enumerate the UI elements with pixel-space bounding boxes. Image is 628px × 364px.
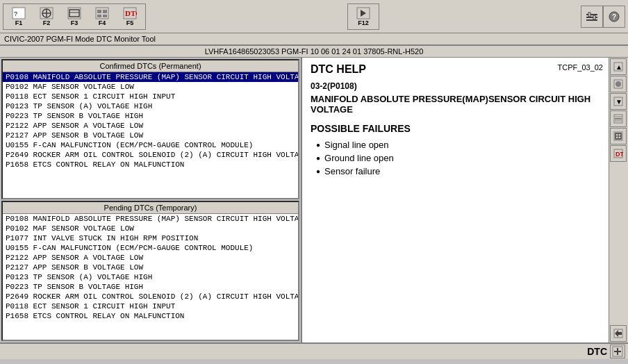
svg-text:▼: ▼ xyxy=(615,98,622,106)
svg-rect-13 xyxy=(103,15,107,17)
pending-dtc-item[interactable]: P2122 APP SENSOR A VOLTAGE LOW xyxy=(3,253,298,263)
f5-label: F5 xyxy=(126,19,134,26)
confirmed-dtcs-list[interactable]: P0108 MANIFOLD ABSOLUTE PRESSURE (MAP) S… xyxy=(3,72,298,198)
pending-dtc-item[interactable]: P1077 INT VALVE STUCK IN HIGH RPM POSITI… xyxy=(3,233,298,243)
left-panel: Confirmed DTCs (Permanent) P0108 MANIFOL… xyxy=(0,58,302,342)
f12-button[interactable]: F12 xyxy=(351,6,376,28)
f1-icon: ? xyxy=(12,7,26,19)
svg-rect-18 xyxy=(586,14,597,15)
bottom-icon-btn[interactable] xyxy=(610,345,625,358)
f5-icon: DTC xyxy=(123,7,137,19)
confirmed-dtc-item[interactable]: P0102 MAF SENSOR VOLTAGE LOW xyxy=(3,82,298,92)
side-btn-4[interactable] xyxy=(610,110,627,127)
svg-text:DTC: DTC xyxy=(125,9,137,17)
f3-button[interactable]: F3 xyxy=(62,6,87,28)
confirmed-dtc-item[interactable]: P0223 TP SENSOR B VOLTAGE HIGH xyxy=(3,111,298,121)
svg-rect-11 xyxy=(103,10,107,13)
side-btn-3[interactable]: ▼ xyxy=(610,93,627,110)
f1-button[interactable]: ? F1 xyxy=(6,6,31,28)
confirmed-dtc-item[interactable]: P0118 ECT SENSOR 1 CIRCUIT HIGH INPUT xyxy=(3,92,298,101)
side-btn-6[interactable]: DTC xyxy=(610,145,627,162)
side-btn-exit[interactable] xyxy=(610,325,627,342)
pending-dtc-item[interactable]: P1658 ETCS CONTROL RELAY ON MALFUNCTION xyxy=(3,311,298,321)
svg-rect-12 xyxy=(97,15,101,17)
failure-item: Signal line open xyxy=(316,140,600,150)
settings-button[interactable] xyxy=(581,6,603,28)
pending-dtcs-list[interactable]: P0108 MANIFOLD ABSOLUTE PRESSURE (MAP) S… xyxy=(3,214,298,340)
dtc-help-title: DTC HELP xyxy=(311,63,600,76)
confirmed-dtc-item[interactable]: P0108 MANIFOLD ABSOLUTE PRESSURE (MAP) S… xyxy=(3,72,298,82)
confirmed-dtc-item[interactable]: U0155 F-CAN MALFUNCTION (ECM/PCM-GAUGE C… xyxy=(3,140,298,150)
main-content: Confirmed DTCs (Permanent) P0108 MANIFOL… xyxy=(0,58,628,342)
svg-text:?: ? xyxy=(612,13,616,21)
confirmed-dtc-item[interactable]: P2127 APP SENSOR B VOLTAGE LOW xyxy=(3,131,298,140)
svg-rect-10 xyxy=(97,10,101,13)
pending-dtc-item[interactable]: P0102 MAF SENSOR VOLTAGE LOW xyxy=(3,224,298,233)
svg-rect-20 xyxy=(586,19,597,21)
failure-list: Signal line openGround line openSensor f… xyxy=(311,140,600,176)
f12-label: F12 xyxy=(358,19,369,26)
failure-item: Sensor failure xyxy=(316,166,600,176)
svg-rect-21 xyxy=(588,13,590,17)
f2-label: F2 xyxy=(43,19,51,26)
f5-button[interactable]: DTC F5 xyxy=(117,6,142,28)
svg-rect-22 xyxy=(593,15,595,19)
status-bar: LVHFA164865023053 PGM-FI 10 06 01 24 01 … xyxy=(0,46,628,58)
toolbar-right: ? xyxy=(581,6,625,28)
failure-item: Ground line open xyxy=(316,153,600,163)
pending-dtc-item[interactable]: P2649 ROCKER ARM OIL CONTROL SOLENOID (2… xyxy=(3,292,298,301)
pending-dtcs-section: Pending DTCs (Temporary) P0108 MANIFOLD … xyxy=(1,201,299,341)
side-btn-2[interactable] xyxy=(610,76,627,92)
dtc-sections: Confirmed DTCs (Permanent) P0108 MANIFOL… xyxy=(0,58,301,342)
pending-dtc-item[interactable]: P0118 ECT SENSOR 1 CIRCUIT HIGH INPUT xyxy=(3,301,298,311)
app-title: CIVIC-2007 PGM-FI Mode DTC Monitor Tool xyxy=(0,33,628,46)
dtc-help-panel: TCPF_03_02 DTC HELP 03-2(P0108) MANIFOLD… xyxy=(302,58,609,342)
pending-dtc-item[interactable]: P0223 TP SENSOR B VOLTAGE HIGH xyxy=(3,282,298,292)
pending-dtc-item[interactable]: P0108 MANIFOLD ABSOLUTE PRESSURE (MAP) S… xyxy=(3,214,298,224)
confirmed-dtc-item[interactable]: P2649 ROCKER ARM OIL CONTROL SOLENOID (2… xyxy=(3,150,298,160)
f4-button[interactable]: F4 xyxy=(90,6,115,28)
svg-text:?: ? xyxy=(14,10,17,17)
dtc-description: MANIFOLD ABSOLUTE PRESSURE(MAP)SENSOR CI… xyxy=(311,94,600,115)
pending-dtcs-header: Pending DTCs (Temporary) xyxy=(3,202,298,214)
side-btn-5[interactable] xyxy=(610,128,627,144)
f12-icon xyxy=(356,7,370,19)
confirmed-dtc-item[interactable]: P0123 TP SENSOR (A) VOLTAGE HIGH xyxy=(3,101,298,111)
toolbar-f12-group: F12 xyxy=(347,3,379,30)
pending-dtc-item[interactable]: U0155 F-CAN MALFUNCTION (ECM/PCM-GAUGE C… xyxy=(3,243,298,253)
side-btn-1[interactable]: ▲ xyxy=(610,58,627,75)
f4-icon xyxy=(95,7,109,19)
page-ref: TCPF_03_02 xyxy=(558,63,603,72)
help-button[interactable]: ? xyxy=(603,6,625,28)
bottom-dtc-label: DTC xyxy=(587,346,607,357)
toolbar: ? F1 F2 xyxy=(0,0,628,33)
f3-label: F3 xyxy=(71,19,78,26)
confirmed-dtc-item[interactable]: P2122 APP SENSOR A VOLTAGE LOW xyxy=(3,121,298,131)
possible-failures-title: POSSIBLE FAILURES xyxy=(311,123,600,134)
confirmed-dtcs-section: Confirmed DTCs (Permanent) P0108 MANIFOL… xyxy=(1,59,299,199)
toolbar-fkeys-group: ? F1 F2 xyxy=(3,3,146,30)
pending-dtc-item[interactable]: P0123 TP SENSOR (A) VOLTAGE HIGH xyxy=(3,272,298,282)
svg-text:DTC: DTC xyxy=(615,151,623,158)
f1-label: F1 xyxy=(15,19,23,26)
svg-text:▲: ▲ xyxy=(615,63,622,71)
bottom-bar: DTC xyxy=(0,342,628,359)
confirmed-dtc-item[interactable]: P1658 ETCS CONTROL RELAY ON MALFUNCTION xyxy=(3,160,298,169)
confirmed-dtcs-header: Confirmed DTCs (Permanent) xyxy=(3,60,298,72)
f2-icon xyxy=(40,7,53,19)
f2-button[interactable]: F2 xyxy=(34,6,59,28)
f3-icon xyxy=(67,7,81,19)
f4-label: F4 xyxy=(99,19,106,26)
svg-rect-19 xyxy=(586,17,597,18)
dtc-code: 03-2(P0108) xyxy=(311,81,600,91)
side-buttons: ▲ ▼ xyxy=(609,58,628,342)
pending-dtc-item[interactable]: P2127 APP SENSOR B VOLTAGE LOW xyxy=(3,263,298,272)
svg-point-28 xyxy=(615,81,621,87)
